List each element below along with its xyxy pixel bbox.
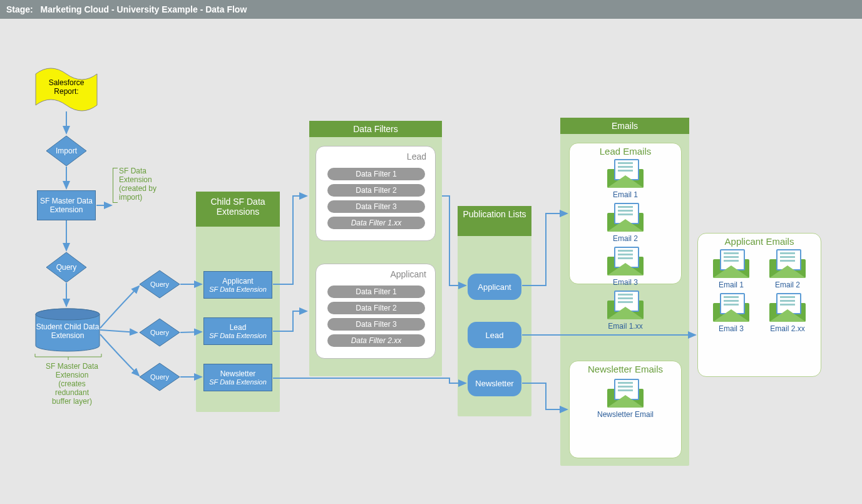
filter-panel-title: Data Filters [309, 121, 442, 137]
emails-panel-title: Emails [560, 118, 689, 134]
newsletter-email-1: Newsletter Email [588, 379, 663, 419]
cylinder-label: Student Child Data Extension [34, 316, 101, 347]
cylinder-bracket [34, 353, 103, 361]
filter-panel: Data Filters Lead Data Filter 1 Data Fil… [309, 121, 442, 376]
stage-header: Stage: Marketing Cloud - University Exam… [0, 0, 862, 19]
applicant-emails-card: Applicant Emails Email 1 Email 2 Email 3… [697, 233, 821, 377]
child-panel: Child SF Data Extensions ApplicantSF Dat… [196, 192, 280, 412]
newsletter-emails-card: Newsletter Emails Newsletter Email [569, 361, 682, 458]
filter-group-lead: Lead Data Filter 1 Data Filter 2 Data Fi… [316, 146, 436, 241]
child-item-newsletter: NewsletterSF Data Extension [203, 364, 272, 391]
lead-emails-card: Lead Emails Email 1 Email 2 Email 3 Emai… [569, 143, 682, 284]
child-item-applicant: ApplicantSF Data Extension [203, 271, 272, 299]
master-box: SF Master Data Extension [37, 190, 96, 220]
app-email-4: Email 2.xx [762, 293, 813, 333]
master-bracket [113, 168, 118, 203]
query-label-1: Query [46, 252, 87, 283]
pub-panel-title: Publication Lists [458, 206, 531, 236]
cylinder-note: SF Master Data Extension (creates redund… [38, 362, 106, 406]
app-email-2: Email 2 [762, 249, 813, 289]
import-label: Import [46, 135, 87, 167]
lead-email-4: Email 1.xx [600, 291, 651, 331]
child-panel-title: Child SF Data Extensions [196, 192, 280, 227]
child-item-lead: LeadSF Data Extension [203, 317, 272, 345]
app-email-1: Email 1 [706, 249, 757, 289]
pub-applicant: Applicant [468, 274, 521, 300]
lead-email-3: Email 3 [600, 247, 651, 287]
lead-email-2: Email 2 [600, 203, 651, 243]
filter-group-applicant: Applicant Data Filter 1 Data Filter 2 Da… [316, 264, 436, 359]
pub-panel: Publication Lists Applicant Lead Newslet… [458, 206, 531, 416]
pub-newsletter: Newsletter [468, 370, 521, 396]
app-email-3: Email 3 [706, 293, 757, 333]
report-label: Salesforce Report: [39, 78, 94, 96]
lead-email-1: Email 1 [600, 159, 651, 199]
pub-lead: Lead [468, 322, 521, 348]
master-note: SF Data Extension (created by import) [119, 167, 175, 202]
